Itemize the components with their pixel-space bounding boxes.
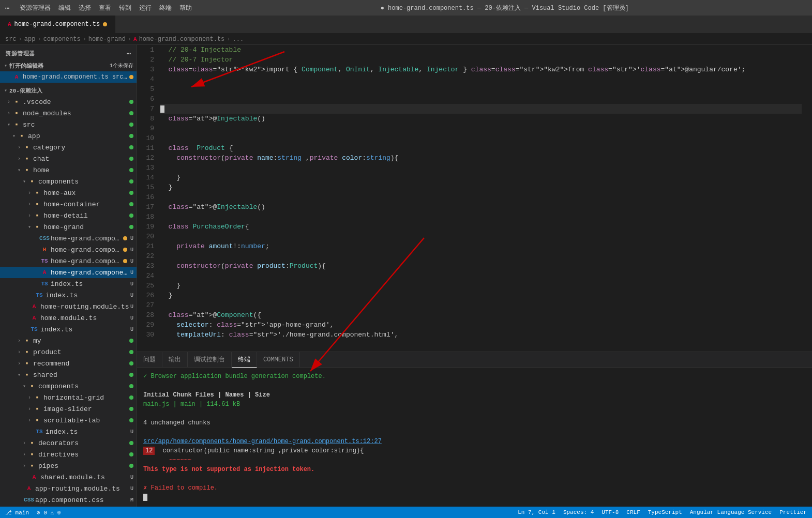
breadcrumb-src[interactable]: src [5, 36, 17, 43]
code-line-12[interactable]: constructor(private name:string ,private… [160, 153, 802, 163]
menu-select[interactable]: 选择 [79, 4, 91, 12]
menu-more-icon[interactable]: ⋯ [5, 4, 9, 12]
code-line-20[interactable] [160, 232, 802, 241]
code-line-4[interactable] [160, 74, 802, 84]
code-line-25[interactable]: } [160, 281, 802, 291]
code-line-11[interactable]: class Product { [160, 143, 802, 153]
breadcrumb-more[interactable]: ... [233, 36, 244, 43]
tree-item-index3-ts[interactable]: TSindex.tsU [0, 324, 137, 335]
tree-item-recommend[interactable]: ›▪recommend [0, 358, 137, 369]
menu-bar[interactable]: 资源管理器 编辑 选择 查看 转到 运行 终端 帮助 [20, 4, 192, 12]
tree-item-shared-module-ts[interactable]: Ashared.module.tsU [0, 471, 137, 483]
breadcrumb-app[interactable]: app [24, 36, 36, 43]
tab-debug-console[interactable]: 调试控制台 [188, 352, 232, 368]
dep-header[interactable]: ▾ 20-依赖注入 [0, 85, 137, 96]
tree-item-src[interactable]: ▾▪src [0, 119, 137, 130]
tree-item-home-grand-ts[interactable]: Ahome-grand.component.tsU [0, 267, 137, 278]
open-file-item[interactable]: A home-grand.component.ts src/ap... [0, 71, 137, 83]
tree-item-product[interactable]: ›▪product [0, 346, 137, 358]
tab-comments[interactable]: COMMENTS [257, 352, 300, 368]
tree-item-home-container[interactable]: ›▪home-container [0, 199, 137, 210]
breadcrumb-file[interactable]: home-grand.component.ts [139, 36, 225, 43]
code-line-27[interactable] [160, 300, 802, 310]
code-line-17[interactable]: class="at">@Injectable() [160, 202, 802, 212]
code-line-16[interactable] [160, 192, 802, 202]
tab-home-grand-ts[interactable]: A home-grand.component.ts [0, 16, 115, 34]
tree-item-directives[interactable]: ›▪directives [0, 449, 137, 460]
code-line-6[interactable] [160, 94, 802, 104]
terminal-content[interactable]: ✓ Browser application bundle generation … [137, 368, 812, 507]
code-line-21[interactable]: private amount!:number; [160, 241, 802, 251]
tree-item-home-detail[interactable]: ›▪home-detail [0, 210, 137, 221]
code-line-26[interactable]: } [160, 291, 802, 300]
tree-item-shared[interactable]: ▾▪shared [0, 369, 137, 380]
status-branch[interactable]: ⎇ main [5, 509, 29, 516]
menu-run[interactable]: 运行 [139, 4, 152, 12]
tree-item-my[interactable]: ›▪my [0, 335, 137, 346]
code-content[interactable]: 1234567891011121314151617181920212223242… [137, 45, 812, 352]
menu-explorer[interactable]: 资源管理器 [20, 4, 51, 12]
code-line-10[interactable] [160, 133, 802, 143]
tree-item-app-routing[interactable]: Aapp-routing.module.tsU [0, 483, 137, 494]
breadcrumb-components[interactable]: components [43, 36, 81, 43]
tree-item-node_modules[interactable]: ›▪node_modules [0, 108, 137, 119]
tree-item-components[interactable]: ▾▪components [0, 176, 137, 187]
tree-item-app[interactable]: ▾▪app [0, 130, 137, 142]
tree-item-image-slider[interactable]: ›▪image-slider [0, 403, 137, 415]
tree-item-scrollable-tab[interactable]: ›▪scrollable-tab [0, 415, 137, 426]
tree-item-shared-index-ts[interactable]: TSindex.tsU [0, 426, 137, 437]
tree-item-category[interactable]: ›▪category [0, 142, 137, 153]
tree-item-home-grand[interactable]: ▾▪home-grand [0, 221, 137, 233]
tree-item-home-routing[interactable]: Ahome-routing.module.tsU [0, 301, 137, 312]
tree-item-horizontal-grid[interactable]: ›▪horizontal-grid [0, 392, 137, 403]
tree-item-app-component-html[interactable]: Happ.component.htmlM [0, 506, 137, 507]
code-line-15[interactable]: } [160, 182, 802, 192]
code-lines[interactable]: // 20-4 Injectable // 20-7 Injector clas… [160, 45, 812, 352]
code-line-5[interactable] [160, 84, 802, 94]
code-line-1[interactable]: // 20-4 Injectable [160, 45, 802, 55]
tree-item-home-aux[interactable]: ›▪home-aux [0, 187, 137, 199]
tree-item-app-component-css[interactable]: CSSapp.component.cssM [0, 494, 137, 506]
code-line-2[interactable]: // 20-7 Injector [160, 55, 802, 65]
menu-terminal[interactable]: 终端 [159, 4, 172, 12]
code-line-19[interactable]: class PurchaseOrder{ [160, 222, 802, 232]
code-line-28[interactable]: class="at">@Component({ [160, 310, 802, 320]
status-language[interactable]: TypeScript [648, 509, 682, 515]
tree-item-pipes[interactable]: ›▪pipes [0, 460, 137, 471]
code-line-18[interactable] [160, 212, 802, 222]
code-line-3[interactable]: class=class="str">"kw2">import { Compone… [160, 65, 802, 74]
tree-item-index2-ts[interactable]: TSindex.tsU [0, 290, 137, 301]
status-errors[interactable]: ⊗ 0 ⚠ 0 [37, 509, 61, 516]
code-line-7[interactable] [160, 104, 802, 114]
menu-view[interactable]: 查看 [99, 4, 111, 12]
tab-problems[interactable]: 问题 [137, 352, 162, 368]
code-line-29[interactable]: selector: class="str">'app-home-grand', [160, 320, 802, 330]
dot-shared [129, 373, 133, 377]
code-line-22[interactable] [160, 251, 802, 261]
tree-item-decorators[interactable]: ›▪decorators [0, 437, 137, 449]
tab-terminal[interactable]: 终端 [232, 352, 257, 368]
tree-item-home-module[interactable]: Ahome.module.tsU [0, 312, 137, 324]
menu-goto[interactable]: 转到 [119, 4, 131, 12]
menu-edit[interactable]: 编辑 [58, 4, 71, 12]
open-editors-header[interactable]: ▾ 打开的编辑器 1个未保存 [0, 60, 137, 71]
tree-item-shared-components[interactable]: ▾▪components [0, 380, 137, 392]
code-line-14[interactable]: } [160, 173, 802, 182]
tree-item-home-grand-css[interactable]: CSShome-grand.component.cssU [0, 233, 137, 244]
breadcrumb-home-grand[interactable]: home-grand [88, 36, 126, 43]
tree-item-chat[interactable]: ›▪chat [0, 153, 137, 164]
menu-help[interactable]: 帮助 [179, 4, 192, 12]
code-line-30[interactable]: templateUrl: class="str">'./home-grand.c… [160, 330, 802, 340]
tree-item-home-grand-html[interactable]: Hhome-grand.component.htmlU [0, 244, 137, 255]
code-line-9[interactable] [160, 124, 802, 133]
code-line-24[interactable] [160, 271, 802, 281]
sidebar-more-icon[interactable]: ⋯ [127, 49, 131, 58]
tree-item-home[interactable]: ▾▪home [0, 164, 137, 176]
tree-item-home-grand-spec[interactable]: TShome-grand.component.spe...U [0, 255, 137, 267]
code-line-23[interactable]: constructor(private product:Product){ [160, 261, 802, 271]
code-line-8[interactable]: class="at">@Injectable() [160, 114, 802, 124]
tree-item-index-ts[interactable]: TSindex.tsU [0, 278, 137, 290]
tree-item-vscode[interactable]: ›▪.vscode [0, 96, 137, 108]
tab-output[interactable]: 输出 [162, 352, 188, 368]
code-line-13[interactable] [160, 163, 802, 173]
